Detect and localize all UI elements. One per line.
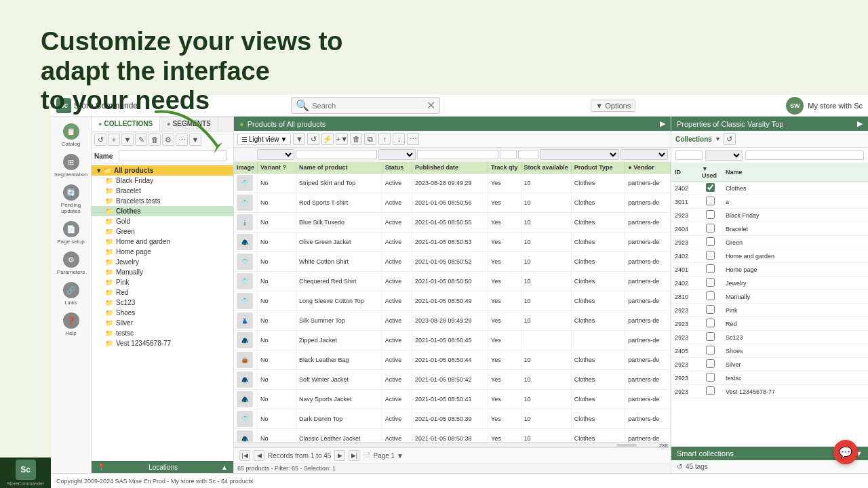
col-type[interactable]: Product Type [571,162,625,174]
right-used-checkbox[interactable] [698,263,722,277]
table-row[interactable]: 🧥 No Soft Winter Jacket Active 2021-01-0… [234,370,671,390]
add-product-btn[interactable]: +▼ [336,133,348,145]
last-page-btn[interactable]: ▶| [349,450,359,461]
prev-page-btn[interactable]: ◀ [254,450,264,461]
right-used-checkbox[interactable] [698,290,722,304]
more-btn[interactable]: ▼ [121,134,134,146]
right-table-row[interactable]: 2923 Silver [671,358,868,371]
right-table-row[interactable]: 2810 Manually [671,290,868,304]
table-row[interactable]: 👕 No Long Sleeve Cotton Top Active 2021-… [234,291,671,311]
table-row[interactable]: 👕 No Red Sports T-shirt Active 2021-01-0… [234,193,671,213]
refresh-products-btn[interactable]: ↺ [307,133,319,145]
right-table-row[interactable]: 2604 Bracelet [671,222,868,236]
tree-item-testsc[interactable]: 📁 testsc [92,328,233,338]
col-right-used[interactable]: ▼ Used [698,163,722,182]
right-used-checkbox[interactable] [698,249,722,263]
col-published[interactable]: Published date [412,162,488,174]
right-used-checkbox[interactable] [698,317,722,331]
sidebar-item-segmentation[interactable]: ⊞ Segmentation [51,150,91,181]
tree-item-shoes[interactable]: 📁 Shoes [92,308,233,318]
col-status[interactable]: Status [382,162,412,174]
tree-item-green[interactable]: 📁 Green [92,226,233,237]
track-filter[interactable] [500,150,517,159]
status-filter[interactable] [378,149,416,160]
refresh-smart-icon[interactable]: ↺ [677,463,682,470]
col-right-name[interactable]: Name [722,163,868,182]
right-table-row[interactable]: 2402 Clothes [671,182,868,195]
vendor-filter[interactable] [620,149,668,160]
tree-item-silver[interactable]: 📁 Silver [92,318,233,328]
sidebar-item-pending[interactable]: 🔄 Pending updates [51,181,91,218]
table-row[interactable]: 🧥 No Navy Sports Jacket Active 2021-01-0… [234,390,671,409]
right-table-row[interactable]: 2402 Jewelry [671,277,868,290]
right-table-row[interactable]: 2923 Green [671,236,868,249]
id-filter[interactable] [675,150,703,160]
table-row[interactable]: 👕 No Striped Skirt and Top Active 2023-0… [234,174,671,193]
col-track[interactable]: Track qty [488,162,521,174]
right-used-checkbox[interactable] [698,344,722,358]
tree-item-vest[interactable]: 📁 Vest 12345678-77 [92,338,233,348]
right-used-checkbox[interactable] [698,304,722,317]
right-table-row[interactable]: 2923 Sc123 [671,331,868,344]
col-variant[interactable]: Variant ? [258,162,296,174]
tree-item-gold[interactable]: 📁 Gold [92,216,233,226]
add-btn[interactable]: + [108,134,120,146]
clear-icon[interactable]: ✕ [427,99,435,112]
first-page-btn[interactable]: |◀ [239,450,250,461]
stock-filter[interactable] [518,150,538,159]
table-row[interactable]: 👕 No Dark Denim Top Active 2021-01-05 08… [234,409,671,429]
right-table-row[interactable]: 2405 Shoes [671,344,868,358]
delete-product-btn[interactable]: 🗑 [350,133,362,145]
right-panel-expand[interactable]: ▶ [857,119,863,128]
copy-btn[interactable]: ⧉ [364,133,376,145]
tree-item-bracelets-tests[interactable]: 📁 Bracelets tests [92,196,233,206]
sidebar-item-parameters[interactable]: ⚙ Parameters [51,248,91,279]
right-table-row[interactable]: 2923 Black Friday [671,209,868,222]
tree-item-jewelry[interactable]: 📁 Jewelry [92,257,233,267]
refresh-btn[interactable]: ↺ [94,134,106,146]
sidebar-item-help[interactable]: ❓ Help [51,309,91,340]
tree-item-all-products[interactable]: ▾ 📁 All products [92,165,233,176]
tree-item-bracelet[interactable]: 📁 Bracelet [92,186,233,196]
variant-filter[interactable] [257,149,294,160]
table-row[interactable]: 👕 No Chequered Red Shirt Active 2021-01-… [234,272,671,291]
tree-item-manually[interactable]: 📁 Manually [92,267,233,277]
options-button[interactable]: ▼ Options [591,100,635,112]
tree-item-red[interactable]: 📁 Red [92,287,233,298]
export-btn[interactable]: ↑ [378,133,391,145]
table-row[interactable]: 👜 No Black Leather Bag Active 2021-01-05… [234,350,671,370]
tree-item-sc123[interactable]: 📁 Sc123 [92,298,233,308]
date-filter[interactable] [417,150,498,159]
sidebar-item-catalog[interactable]: 📋 Catalog [51,120,91,150]
right-used-checkbox[interactable] [698,331,722,344]
more-products-btn[interactable]: ⋯ [407,133,419,145]
right-table-row[interactable]: 2923 Red [671,317,868,331]
name-right-filter[interactable] [745,150,864,160]
right-used-checkbox[interactable] [698,209,722,222]
table-row[interactable]: 👕 No White Cotton Shirt Active 2021-01-0… [234,252,671,272]
view-selector[interactable]: ☰ Light view ▼ [237,134,291,145]
chat-button[interactable]: 💬 [833,440,858,464]
table-row[interactable]: 🧥 No Olive Green Jacket Active 2021-01-0… [234,232,671,252]
right-used-checkbox[interactable] [698,371,722,385]
right-table-row[interactable]: 2923 Vest 12345678-77 [671,385,868,399]
table-row[interactable]: 👔 No Blue Silk Tuxedo Active 2021-01-05 … [234,213,671,232]
used-filter[interactable] [705,150,743,161]
type-filter[interactable] [540,149,619,160]
tree-item-homeandgarden[interactable]: 📁 Home and garden [92,237,233,247]
right-table-row[interactable]: 2923 testsc [671,371,868,385]
tree-item-homepage[interactable]: 📁 Home page [92,247,233,257]
locations-bar[interactable]: 📍 Locations ▲ [92,461,233,473]
right-table-row[interactable]: 2923 Pink [671,304,868,317]
right-used-checkbox[interactable] [698,195,722,209]
sidebar-item-pagesetup[interactable]: 📄 Page setup [51,218,91,248]
next-page-btn[interactable]: ▶ [334,450,345,461]
table-row[interactable]: 👗 No Silk Summer Top Active 2023-08-28 0… [234,311,671,331]
col-stock[interactable]: Stock available [521,162,571,174]
col-vendor[interactable]: ● Vendor [625,162,671,174]
edit-btn[interactable]: ✎ [135,134,147,146]
right-table-row[interactable]: 2401 Home page [671,263,868,277]
right-used-checkbox[interactable] [698,385,722,399]
horizontal-scrollbar[interactable]: 288 [234,442,671,447]
tree-item-clothes[interactable]: 📁 Clothes [92,206,233,216]
